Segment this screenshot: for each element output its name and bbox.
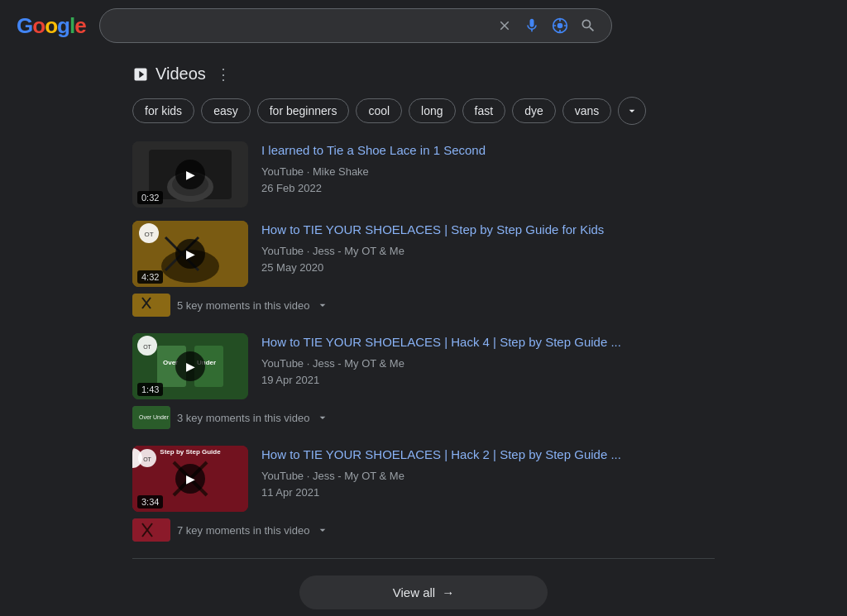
filter-chips: for kids easy for beginners cool long fa…: [132, 97, 715, 125]
duration-1: 0:32: [137, 191, 163, 204]
search-bar-icons: [495, 16, 598, 36]
video-card-1: ▶ 0:32 I learned to Tie a Shoe Lace in 1…: [132, 141, 715, 208]
filter-chip-cool[interactable]: cool: [356, 98, 402, 123]
video-title-4[interactable]: How to TIE YOUR SHOELACES | Hack 2 | Ste…: [261, 446, 715, 463]
video-source-4: YouTube ·: [261, 470, 313, 482]
video-info-4: How to TIE YOUR SHOELACES | Hack 2 | Ste…: [261, 446, 715, 500]
svg-text:OT: OT: [143, 344, 151, 350]
video-section-4: OT Step by Step Guide ▶ 3:34 How to TIE …: [132, 446, 715, 542]
video-date-3: 19 Apr 2021: [261, 374, 319, 386]
search-submit-button[interactable]: [578, 16, 598, 36]
voice-search-button[interactable]: [522, 16, 542, 36]
video-card-3: Over Under OT ▶ 1:43 How to TIE YOUR SHO…: [132, 333, 715, 399]
video-date-2: 25 May 2020: [261, 261, 323, 274]
header: Google how to tie shoelaces: [0, 0, 847, 51]
thumbnail-2[interactable]: OT ▶ 4:32: [132, 221, 248, 287]
video-meta-3: YouTube · Jess - My OT & Me 19 Apr 2021: [261, 356, 715, 388]
video-info-2: How to TIE YOUR SHOELACES | Step by Step…: [261, 221, 715, 275]
key-moments-row-4: 7 key moments in this video: [132, 518, 715, 542]
view-all-button[interactable]: View all →: [299, 575, 548, 609]
thumbnail-4[interactable]: OT Step by Step Guide ▶ 3:34: [132, 446, 248, 512]
video-section-icon: [132, 66, 149, 83]
video-channel-4: Jess - My OT & Me: [313, 470, 404, 482]
video-section-2: OT ▶ 4:32 How to TIE YOUR SHOELACES | St…: [132, 221, 715, 317]
filter-chip-for-kids[interactable]: for kids: [132, 98, 194, 123]
key-moments-thumb-4: [132, 518, 170, 542]
filter-chip-dye[interactable]: dye: [512, 98, 556, 123]
thumbnail-3[interactable]: Over Under OT ▶ 1:43: [132, 333, 248, 399]
video-source-1: YouTube ·: [261, 165, 313, 178]
svg-text:Over: Over: [139, 414, 152, 420]
key-moments-text-2: 5 key moments in this video: [177, 299, 309, 312]
google-logo: Google: [17, 13, 86, 39]
videos-section-title: Videos: [156, 64, 206, 84]
play-button-1[interactable]: ▶: [175, 160, 205, 189]
video-source-3: YouTube ·: [261, 357, 313, 370]
duration-3: 1:43: [137, 383, 163, 396]
filter-chip-long[interactable]: long: [409, 98, 455, 123]
video-card-2: OT ▶ 4:32 How to TIE YOUR SHOELACES | St…: [132, 221, 715, 287]
video-channel-3: Jess - My OT & Me: [313, 357, 404, 370]
search-input[interactable]: how to tie shoelaces: [113, 18, 487, 33]
videos-menu-icon[interactable]: ⋮: [216, 65, 231, 84]
video-channel-1: Mike Shake: [313, 165, 369, 178]
svg-rect-35: [132, 518, 170, 542]
video-section-1: ▶ 0:32 I learned to Tie a Shoe Lace in 1…: [132, 141, 715, 208]
video-section-3: Over Under OT ▶ 1:43 How to TIE YOUR SHO…: [132, 333, 715, 429]
video-meta-1: YouTube · Mike Shake 26 Feb 2022: [261, 164, 715, 196]
video-title-3[interactable]: How to TIE YOUR SHOELACES | Hack 4 | Ste…: [261, 333, 715, 351]
play-button-3[interactable]: ▶: [175, 351, 205, 381]
play-button-2[interactable]: ▶: [175, 239, 205, 269]
svg-text:OT: OT: [144, 231, 153, 238]
video-meta-2: YouTube · Jess - My OT & Me 25 May 2020: [261, 243, 715, 275]
key-moments-expand-4[interactable]: [316, 523, 329, 537]
main-content: Videos ⋮ for kids easy for beginners coo…: [0, 51, 847, 616]
lens-search-button[interactable]: [550, 16, 570, 36]
key-moments-expand-2[interactable]: [316, 298, 329, 312]
view-all-label: View all: [393, 585, 435, 599]
video-title-1[interactable]: I learned to Tie a Shoe Lace in 1 Second: [261, 141, 715, 159]
svg-text:Under: Under: [153, 414, 170, 420]
search-bar[interactable]: how to tie shoelaces: [99, 8, 612, 43]
duration-4: 3:34: [137, 495, 163, 509]
filter-chip-easy[interactable]: easy: [201, 98, 251, 123]
svg-point-1: [557, 23, 562, 29]
play-button-4[interactable]: ▶: [175, 464, 205, 494]
svg-rect-13: [132, 294, 170, 317]
video-info-1: I learned to Tie a Shoe Lace in 1 Second…: [261, 141, 715, 196]
key-moments-text-4: 7 key moments in this video: [177, 524, 309, 537]
key-moments-expand-3[interactable]: [316, 411, 329, 424]
view-all-arrow-icon: →: [442, 585, 454, 599]
video-info-3: How to TIE YOUR SHOELACES | Hack 4 | Ste…: [261, 333, 715, 388]
key-moments-row-2: 5 key moments in this video: [132, 294, 715, 317]
view-all-wrapper: View all →: [132, 575, 715, 616]
svg-text:OT: OT: [143, 456, 151, 462]
video-card-4: OT Step by Step Guide ▶ 3:34 How to TIE …: [132, 446, 715, 512]
videos-section-header: Videos ⋮: [132, 64, 715, 84]
video-source-2: YouTube ·: [261, 245, 313, 257]
duration-2: 4:32: [137, 270, 163, 284]
video-meta-4: YouTube · Jess - My OT & Me 11 Apr 2021: [261, 468, 715, 500]
filter-chip-fast[interactable]: fast: [462, 98, 506, 123]
key-moments-thumb-3: Over Under: [132, 406, 170, 429]
key-moments-row-3: Over Under 3 key moments in this video: [132, 406, 715, 429]
video-channel-2: Jess - My OT & Me: [313, 245, 404, 257]
clear-search-button[interactable]: [495, 17, 514, 35]
svg-text:Step by Step Guide: Step by Step Guide: [160, 448, 221, 456]
section-divider: [132, 558, 715, 559]
filter-chips-expand-button[interactable]: [618, 97, 646, 125]
filter-chip-for-beginners[interactable]: for beginners: [257, 98, 350, 123]
key-moments-thumb-2: [132, 294, 170, 317]
key-moments-text-3: 3 key moments in this video: [177, 412, 309, 424]
video-date-4: 11 Apr 2021: [261, 486, 319, 499]
video-title-2[interactable]: How to TIE YOUR SHOELACES | Step by Step…: [261, 221, 715, 238]
filter-chip-vans[interactable]: vans: [562, 98, 612, 123]
thumbnail-1[interactable]: ▶ 0:32: [132, 141, 248, 208]
video-date-1: 26 Feb 2022: [261, 182, 322, 194]
